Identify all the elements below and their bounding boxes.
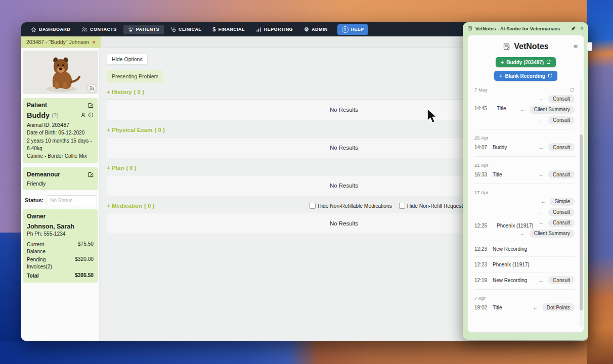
recording-title[interactable]: New Recording — [493, 278, 527, 283]
demeanour-value: Friendly — [27, 180, 94, 187]
recording-title[interactable]: Buddy — [493, 145, 507, 150]
tab-buddy-johnson[interactable]: 203487 - "Buddy" Johnson × — [21, 36, 101, 48]
left-arrow-icon: ← — [520, 231, 526, 236]
recording-title[interactable]: Phoenix (11917) — [493, 262, 530, 267]
recording-time: 12:19 — [474, 278, 493, 283]
note-type-badge[interactable]: Consult — [548, 116, 575, 124]
date-header: 17 Apr — [474, 189, 575, 196]
left-arrow-icon: ← — [539, 145, 544, 150]
nav-item-contacts[interactable]: CONTACTS — [77, 25, 121, 34]
recording-title[interactable]: Title — [493, 305, 502, 310]
nav-item-patients[interactable]: PATIENTS — [123, 25, 164, 34]
note-type-badge[interactable]: Consult — [548, 219, 575, 227]
nav-item-label: REPORTING — [264, 27, 293, 32]
patient-name-question[interactable]: (?) — [52, 112, 58, 118]
note-type-badge[interactable]: Consult — [548, 276, 575, 284]
paw-icon — [128, 27, 134, 32]
balance-value: $320.00 — [75, 256, 94, 270]
external-link-icon — [548, 73, 552, 79]
nav-item-label: ADMIN — [312, 27, 328, 32]
recording-title[interactable]: Phoenix (11917) — [497, 223, 534, 229]
info-circle-icon[interactable] — [88, 112, 94, 119]
expand-plus-icon[interactable]: + — [107, 127, 112, 133]
status-row: Status: — [25, 195, 97, 205]
vetnotes-panel: VetNotes - AI Scribe for Veterinarians ×… — [463, 22, 588, 340]
date-label: 7 Apr — [474, 295, 486, 301]
refresh-icon[interactable] — [570, 87, 575, 93]
status-input[interactable] — [47, 195, 97, 205]
note-type-badge[interactable]: Client Summary — [530, 106, 575, 114]
expand-plus-icon[interactable]: + — [107, 165, 112, 171]
owner-balance-rows: Current Balance$75.50Pending Invoices(2)… — [27, 241, 94, 279]
edit-photo-icon[interactable] — [88, 84, 96, 92]
tab-close-icon[interactable]: × — [92, 39, 95, 45]
left-arrow-icon: ← — [539, 172, 544, 177]
patient-heading: Patient — [27, 102, 47, 109]
section-count: ( 0 ) — [154, 127, 164, 133]
hamburger-menu-icon[interactable]: ≡ — [574, 42, 578, 51]
note-type-badge[interactable]: Simple — [550, 198, 575, 206]
plus-icon: + — [501, 59, 504, 65]
recording-entry[interactable]: 12:23New Recording — [474, 243, 575, 254]
recording-entry[interactable]: 14:07Buddy←Consult — [474, 142, 575, 153]
pin-icon[interactable] — [571, 26, 576, 31]
recording-time: 14:45 — [474, 106, 493, 111]
checkbox-icon[interactable] — [399, 203, 405, 209]
edit-patient-icon[interactable] — [88, 103, 94, 108]
expand-plus-icon[interactable]: + — [107, 89, 112, 95]
checkbox-icon[interactable] — [310, 203, 316, 209]
nav-item-financial[interactable]: $FINANCIAL — [208, 24, 249, 34]
note-type-badge[interactable]: Dot Points — [542, 303, 575, 311]
person-icon[interactable] — [80, 112, 86, 119]
owner-heading: Owner — [27, 213, 46, 220]
vetnotes-titlebar-icon — [467, 26, 472, 31]
close-icon[interactable]: × — [581, 26, 584, 31]
checkbox-hide-non-refillable-medications[interactable]: Hide Non-Refillable Medications — [310, 203, 392, 209]
nav-item-dashboard[interactable]: DASHBOARD — [26, 25, 75, 34]
wallpaper-right-strip — [587, 0, 613, 364]
entry-divider — [474, 241, 575, 241]
note-type-badge[interactable]: Consult — [548, 208, 575, 216]
vetnotes-titlebar[interactable]: VetNotes - AI Scribe for Veterinarians × — [463, 22, 588, 33]
nav-item-label: FINANCIAL — [218, 27, 245, 32]
vetnotes-action-buttons: +Buddy (203487)+Blank Recording — [468, 57, 584, 81]
recording-time: 19:02 — [474, 305, 493, 310]
recording-entry[interactable]: 16:33Title←Consult — [474, 169, 575, 180]
nav-item-help[interactable]: ?HELP — [337, 24, 369, 35]
recording-entry[interactable]: ←Simple←Consult←Consult←Client Summary12… — [474, 196, 575, 239]
blank-recording-button[interactable]: +Blank Recording — [494, 71, 557, 81]
balance-row: Pending Invoices(2)$320.00 — [27, 256, 94, 270]
button-label: Blank Recording — [505, 73, 545, 79]
recording-title[interactable]: Title — [493, 172, 502, 177]
scrollbar-track[interactable] — [580, 79, 583, 327]
hide-options-button[interactable]: Hide Options — [107, 54, 148, 65]
section-label: Medication — [112, 203, 142, 209]
wallpaper-bottom-strip — [0, 341, 613, 364]
recording-title[interactable]: New Recording — [493, 246, 527, 252]
left-arrow-icon: ← — [539, 278, 544, 283]
note-type-badge[interactable]: Consult — [548, 170, 575, 178]
recording-entry[interactable]: 19:02Title←Dot Points — [474, 302, 575, 313]
note-type-badge[interactable]: Consult — [548, 95, 575, 103]
note-type-badge[interactable]: Client Summary — [530, 230, 575, 238]
vetnotes-inner-panel: VetNotes ≡ +Buddy (203487)+Blank Recordi… — [467, 35, 584, 333]
section-count: ( 0 ) — [134, 89, 144, 95]
presenting-problem-chip[interactable]: Presenting Problem — [107, 70, 163, 82]
left-arrow-icon: ← — [541, 199, 546, 204]
date-header: 7 Apr — [474, 294, 575, 302]
recording-entry[interactable]: 12:23Phoenix (11917) — [474, 259, 575, 270]
scrollbar-thumb[interactable] — [580, 134, 583, 310]
balance-value: $395.50 — [75, 272, 94, 280]
recording-title[interactable]: Title — [497, 106, 506, 111]
nav-item-clinical[interactable]: CLINICAL — [166, 25, 206, 34]
recording-entry[interactable]: 12:19New Recording←Consult — [474, 275, 575, 286]
balance-row: Total$395.50 — [27, 272, 94, 280]
recording-entry[interactable]: ←Consult←Client Summary←Consult14:45Titl… — [474, 94, 575, 125]
new-patient-recording-button[interactable]: +Buddy (203487) — [496, 57, 556, 67]
date-label: 17 Apr — [474, 190, 488, 195]
edit-demeanour-icon[interactable] — [88, 172, 94, 177]
nav-item-admin[interactable]: ⚙ADMIN — [299, 24, 332, 35]
nav-item-reporting[interactable]: REPORTING — [251, 25, 297, 34]
expand-plus-icon[interactable]: + — [107, 203, 112, 209]
note-type-badge[interactable]: Consult — [548, 143, 575, 151]
